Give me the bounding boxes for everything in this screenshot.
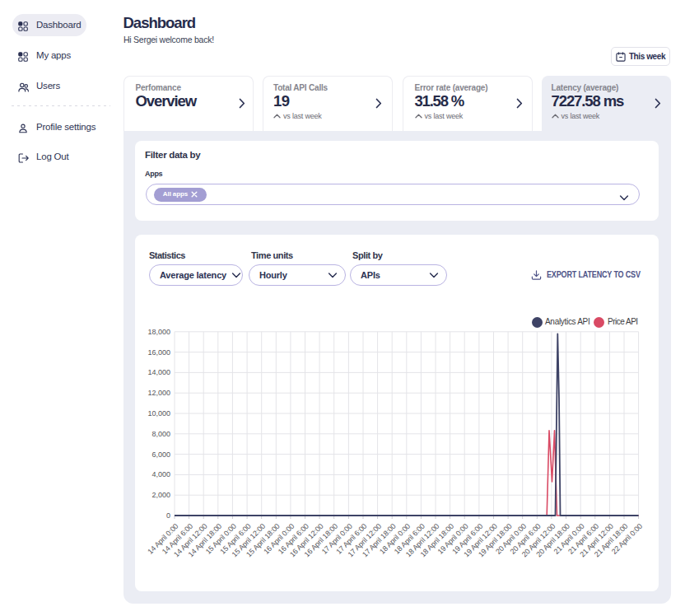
svg-text:18,000: 18,000	[147, 328, 170, 336]
svg-text:16,000: 16,000	[147, 348, 170, 357]
svg-text:2,000: 2,000	[151, 491, 170, 499]
svg-text:6,000: 6,000	[151, 450, 170, 459]
svg-text:12,000: 12,000	[147, 389, 170, 397]
svg-text:10,000: 10,000	[147, 409, 170, 418]
svg-text:14,000: 14,000	[147, 368, 170, 376]
svg-text:8,000: 8,000	[151, 430, 170, 438]
svg-text:4,000: 4,000	[151, 470, 170, 478]
svg-text:0: 0	[166, 511, 170, 520]
